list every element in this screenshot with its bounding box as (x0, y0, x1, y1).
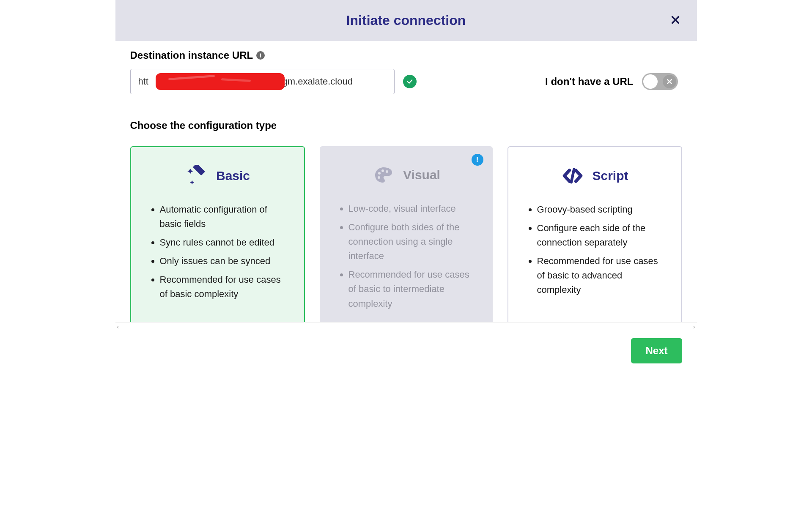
card-bullet: Recommended for use cases of basic to in… (348, 268, 476, 311)
svg-point-1 (378, 172, 381, 175)
card-bullet: Sync rules cannot be edited (160, 235, 287, 250)
svg-point-4 (378, 176, 380, 179)
card-bullets: Low-code, visual interface Configure bot… (337, 202, 476, 311)
card-header: Script (525, 164, 664, 188)
config-type-title: Choose the configuration type (130, 120, 682, 131)
card-title: Basic (216, 169, 250, 183)
close-icon[interactable] (671, 14, 680, 27)
card-bullet: Recommended for use cases of basic compl… (160, 273, 287, 301)
check-circle-icon (403, 75, 417, 88)
config-card-script[interactable]: Script Groovy-based scripting Configure … (508, 146, 682, 322)
svg-rect-0 (193, 165, 205, 175)
modal-body: Destination instance URL i I don't have … (115, 41, 697, 322)
url-input-wrap (130, 69, 395, 94)
config-card-visual: ! Visual Low-code, visual inte (320, 146, 493, 322)
card-bullet: Configure both sides of the connection u… (348, 220, 476, 263)
toggle-knob (643, 74, 658, 89)
card-bullets: Groovy-based scripting Configure each si… (525, 202, 664, 298)
modal-title: Initiate connection (346, 13, 466, 28)
card-header: Basic (148, 164, 287, 188)
card-title: Visual (403, 168, 440, 182)
config-card-basic[interactable]: Basic Automatic configuration of basic f… (130, 146, 305, 322)
toggle-off-icon (663, 75, 676, 88)
wand-icon (185, 164, 208, 188)
scroll-right-icon[interactable]: › (693, 323, 695, 330)
horizontal-scrollbar[interactable]: ‹ › (115, 322, 697, 330)
card-bullet: Configure each side of the connection se… (537, 221, 664, 250)
card-bullet: Low-code, visual interface (348, 202, 476, 216)
card-bullets: Automatic configuration of basic fields … (148, 202, 287, 302)
no-url-label: I don't have a URL (545, 76, 633, 87)
card-bullet: Only issues can be synced (160, 254, 287, 268)
palette-icon (372, 163, 395, 187)
initiate-connection-modal: Initiate connection Destination instance… (115, 0, 697, 376)
modal-header: Initiate connection (115, 0, 697, 41)
alert-icon[interactable]: ! (472, 154, 483, 166)
svg-point-2 (381, 169, 384, 172)
url-row: I don't have a URL (130, 69, 682, 94)
destination-url-label: Destination instance URL i (130, 49, 682, 61)
no-url-toggle[interactable] (642, 73, 678, 90)
modal-footer: Next (115, 330, 697, 376)
destination-url-input[interactable] (130, 69, 395, 94)
scroll-left-icon[interactable]: ‹ (117, 323, 119, 330)
card-bullet: Automatic configuration of basic fields (160, 202, 287, 231)
card-bullet: Recommended for use cases of basic to ad… (537, 254, 664, 297)
card-title: Script (592, 169, 628, 183)
code-icon (561, 164, 584, 188)
card-bullet: Groovy-based scripting (537, 202, 664, 217)
svg-point-3 (386, 170, 388, 173)
config-cards: Basic Automatic configuration of basic f… (130, 146, 682, 322)
info-icon[interactable]: i (256, 51, 265, 60)
destination-url-label-text: Destination instance URL (130, 49, 253, 61)
card-header: Visual (337, 163, 476, 187)
next-button[interactable]: Next (631, 338, 682, 363)
